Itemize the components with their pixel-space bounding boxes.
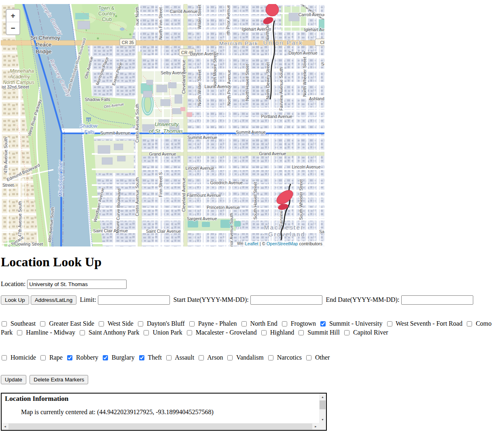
look-up-button[interactable]: Look Up	[1, 295, 29, 305]
map-label: Selby Avenue	[321, 61, 324, 66]
map-label: Fairview Avenue South	[279, 67, 284, 110]
checkbox-burglary[interactable]	[103, 355, 108, 360]
checkbox-homicide[interactable]	[2, 355, 7, 360]
map-label: Saint Clair Avenue	[146, 229, 181, 234]
checkbox-capitol-river[interactable]	[344, 330, 349, 335]
map-label: Lincoln Avenue	[292, 164, 320, 169]
location-input[interactable]	[27, 280, 127, 289]
road-badge: CR 35	[122, 40, 134, 45]
map-label: Town &	[98, 5, 114, 11]
map-label: Princeton Avenue	[207, 205, 240, 210]
attribution-divider: | ©	[258, 241, 267, 246]
checkbox-vandalism[interactable]	[227, 355, 233, 360]
checkbox-west-seventh-fort-road[interactable]	[387, 321, 392, 326]
map-label: Lincoln Avenue	[185, 166, 214, 171]
zoom-in-button[interactable]: +	[6, 10, 19, 22]
map-label: South Howell Street	[253, 182, 258, 220]
limit-label: Limit:	[80, 296, 96, 303]
vertical-scrollbar[interactable]: ▲ ▼	[319, 394, 326, 423]
map-label: - Groveland	[263, 231, 305, 238]
map-label: Ashland Avenue	[309, 96, 324, 101]
map-label: Summit Avenue	[100, 131, 130, 135]
delete-extra-markers-button[interactable]: Delete Extra Markers	[30, 375, 88, 384]
scroll-up-arrow-icon[interactable]: ▲	[319, 394, 326, 400]
checkbox-theft[interactable]	[139, 355, 144, 360]
checkbox-greater-east-side[interactable]	[40, 321, 45, 326]
map-label: Carroll Avenue	[170, 9, 198, 14]
end-date-input[interactable]	[401, 295, 473, 305]
openstreetmap-link[interactable]: OpenStreetMap	[267, 241, 298, 246]
map[interactable]: CR 35CR 46CR Carroll AvenueCarroll Avenu…	[1, 4, 324, 246]
page-title: Location Look Up	[1, 255, 503, 270]
checkbox-macalester-groveland[interactable]	[187, 330, 192, 335]
scrollbar-corner	[319, 423, 326, 430]
checkbox-other[interactable]	[306, 355, 311, 360]
checkbox-robbery[interactable]	[67, 355, 72, 360]
scroll-left-arrow-icon[interactable]: ◄	[2, 423, 8, 430]
map-label: North Wilder Street	[197, 69, 202, 105]
attribution-suffix: contributors	[298, 241, 322, 246]
end-date-label: End Date(YYYY-MM-DD):	[326, 296, 400, 303]
map-label: Saint Clair Avenue	[93, 228, 128, 233]
checkbox-union-park[interactable]	[144, 330, 149, 335]
road-badge: CR	[320, 40, 324, 45]
zoom-out-button[interactable]: −	[6, 22, 19, 34]
checkbox-narcotics[interactable]	[268, 355, 273, 360]
checkbox-como-park[interactable]	[467, 321, 472, 326]
checkbox-hamline-midway[interactable]	[17, 330, 22, 335]
map-label: Grand Avenue	[259, 151, 286, 156]
checkbox-north-end[interactable]	[241, 321, 247, 326]
map-label: Summit Avenue	[236, 130, 266, 135]
checkbox-assault[interactable]	[166, 355, 172, 360]
map-label: Grand Avenue	[149, 152, 176, 156]
checkbox-arson[interactable]	[199, 355, 204, 360]
map-label: Carroll Avenue	[299, 12, 324, 17]
leaflet-link[interactable]: Leaflet	[245, 241, 258, 246]
map-label: Fairmount Avenue	[186, 193, 221, 198]
map-label: Portland Avenue	[261, 114, 292, 119]
map-label: University	[155, 121, 179, 127]
scroll-right-arrow-icon[interactable]: ►	[312, 423, 319, 430]
map-label: Goodrich Avenue	[210, 180, 243, 185]
checkbox-frogtown[interactable]	[282, 321, 287, 326]
start-date-input[interactable]	[250, 295, 322, 305]
map-label: Cretin Avenue South	[135, 177, 140, 216]
location-label: Location:	[1, 280, 25, 287]
map-label: Peace	[36, 42, 51, 48]
checkbox-summit-hill[interactable]	[299, 330, 304, 335]
map-label: Iglehart Avenue	[304, 27, 324, 32]
map-canvas: CR 35CR 46CR Carroll AvenueCarroll Avenu…	[1, 4, 324, 246]
vertical-scroll-thumb[interactable]	[320, 400, 326, 409]
map-label: Falls	[84, 129, 94, 135]
checkbox-rape[interactable]	[40, 355, 46, 360]
checkbox-southeast[interactable]	[2, 321, 7, 326]
checkbox-summit-university[interactable]	[320, 321, 326, 326]
update-button[interactable]: Update	[1, 375, 26, 384]
map-label: Finn Street S	[158, 172, 163, 197]
checkbox-saint-anthony-park[interactable]	[80, 330, 85, 335]
checkbox-payne-phalen[interactable]	[189, 321, 195, 326]
info-message: Map is currently centered at: (44.942202…	[21, 409, 326, 416]
map-zoom-control: + −	[6, 9, 20, 35]
horizontal-scroll-thumb[interactable]	[8, 423, 312, 430]
map-label: Shadow Falls	[85, 97, 110, 102]
map-label: South Wheeler Street	[299, 179, 303, 220]
scroll-down-arrow-icon[interactable]: ▼	[319, 416, 326, 423]
map-label: Cleveland Avenue	[181, 60, 186, 94]
neighborhood-filters: Southeast Greater East Side West Side Da…	[1, 319, 502, 337]
map-label: North Wheeler Street	[302, 57, 307, 97]
map-label: North Campus	[3, 80, 34, 85]
checkbox-dayton-s-bluff[interactable]	[138, 321, 143, 326]
horizontal-scrollbar[interactable]: ◄ ►	[2, 423, 319, 430]
limit-input[interactable]	[98, 295, 170, 305]
map-label: North Dewey Street	[265, 62, 270, 99]
map-label: North Howell Street	[245, 64, 250, 101]
map-label: Minnehaha	[10, 68, 34, 74]
checkbox-west-side[interactable]	[99, 321, 104, 326]
checkbox-highland[interactable]	[261, 330, 267, 335]
map-attribution: Leaflet | © OpenStreetMap contributors	[243, 241, 324, 246]
map-label: Merriam Park	[219, 40, 258, 46]
map-label: 47th Avenue South	[3, 137, 8, 173]
address-latlng-button[interactable]: Address/LatLng	[31, 295, 76, 305]
map-label: Country	[98, 11, 115, 17]
